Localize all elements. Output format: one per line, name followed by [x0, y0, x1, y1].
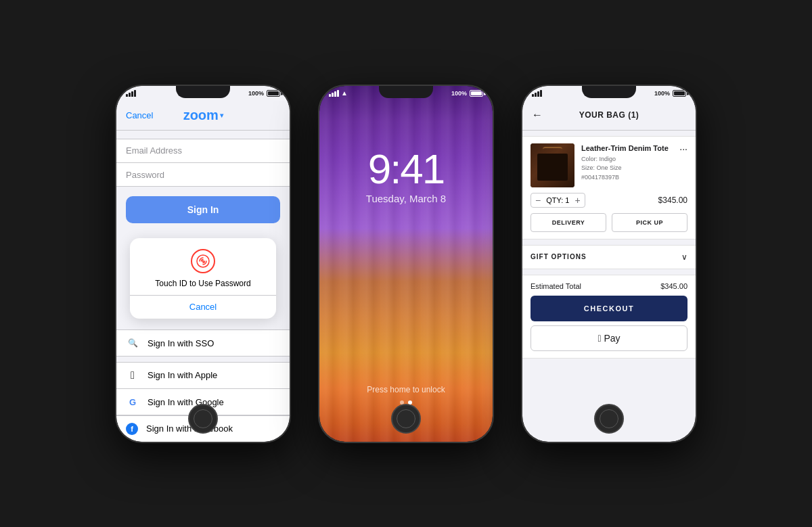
- qty-stepper[interactable]: − QTY: 1 +: [531, 193, 585, 208]
- google-label: Sign In with Google: [148, 397, 224, 407]
- zoom-logo: zoom ▾: [183, 108, 223, 123]
- battery-area-3: 100%: [654, 90, 686, 97]
- signal-icon-3: [532, 90, 542, 97]
- zoom-chevron-icon: ▾: [220, 112, 223, 119]
- touchid-text: Touch ID to Use Password: [139, 279, 267, 288]
- home-button-3[interactable]: [594, 404, 624, 434]
- zoom-login-screen: 9:41 AM 100% Cancel zoom ▾ Email Address…: [116, 86, 290, 442]
- home-button-2[interactable]: [391, 404, 421, 434]
- pickup-button[interactable]: PICK UP: [612, 213, 687, 232]
- bag-qty-row: − QTY: 1 + $345.00: [531, 193, 687, 208]
- touchid-popup: Touch ID to Use Password Cancel: [130, 238, 276, 319]
- gift-chevron-icon: ∨: [681, 252, 687, 262]
- lock-screen: ▲ 9:41 AM 100% 9:41 Tuesday, March 8 Pre…: [319, 86, 493, 442]
- item-price: $345.00: [658, 196, 687, 205]
- battery-area: 100%: [248, 90, 280, 97]
- status-bar-2: ▲ 9:41 AM 100%: [319, 86, 493, 101]
- bag-title: YOUR BAG (1): [579, 110, 639, 120]
- battery-text: 100%: [248, 90, 264, 97]
- home-button-1[interactable]: [188, 404, 218, 434]
- home-button-ring-2: [397, 409, 415, 428]
- zoom-form: Email Address Password Sign In: [116, 131, 290, 238]
- google-icon: G: [126, 395, 139, 409]
- applepay-button[interactable]:  Pay: [531, 325, 687, 351]
- signal-wifi-area: ▲: [329, 89, 348, 97]
- battery-text-2: 100%: [451, 90, 467, 97]
- qty-minus-button[interactable]: −: [535, 195, 541, 206]
- back-button[interactable]: ←: [532, 109, 543, 121]
- apple-label: Sign In with Apple: [148, 370, 217, 380]
- total-label: Estimated Total: [531, 282, 581, 290]
- signal-icon: [126, 90, 136, 97]
- facebook-icon: f: [126, 423, 138, 435]
- bag-nav: ← YOUR BAG (1): [522, 101, 696, 131]
- sso-label: Sign In with SSO: [148, 338, 214, 348]
- total-row: Estimated Total $345.00: [531, 282, 687, 290]
- apple-pay-label: Pay: [604, 333, 621, 344]
- battery-icon-2: [470, 90, 483, 97]
- phone-shopping-bag: 9:41 AM 100% ← YOUR BAG (1) Leather-Trim…: [521, 85, 697, 443]
- cancel-button[interactable]: Cancel: [126, 110, 153, 120]
- tote-bag-image: [531, 143, 574, 187]
- touchid-icon: [191, 249, 215, 273]
- bag-item-image: [531, 143, 574, 187]
- sso-signin-item[interactable]: 🔍 Sign In with SSO: [116, 329, 290, 357]
- battery-icon-3: [673, 90, 686, 97]
- email-field[interactable]: Email Address: [116, 139, 290, 163]
- qty-plus-button[interactable]: +: [574, 195, 580, 206]
- apple-icon: : [126, 369, 139, 382]
- touchid-cancel-button[interactable]: Cancel: [139, 295, 267, 319]
- zoom-nav: Cancel zoom ▾: [116, 101, 290, 131]
- apple-signin-item[interactable]:  Sign In with Apple: [116, 362, 290, 389]
- battery-area-2: 100%: [451, 90, 483, 97]
- total-section: Estimated Total $345.00 CHECKOUT  Pay: [522, 275, 696, 359]
- battery-icon: [267, 90, 280, 97]
- svg-point-0: [202, 260, 204, 262]
- lock-time: 9:41: [368, 148, 445, 190]
- status-time: 9:41 AM: [178, 89, 206, 97]
- home-button-ring-3: [600, 409, 618, 428]
- gift-options-section[interactable]: GIFT OPTIONS ∨: [522, 245, 696, 269]
- status-time-2: 9:41 AM: [386, 89, 414, 97]
- bag-item-more-button[interactable]: ···: [679, 143, 687, 154]
- shopping-bag-screen: 9:41 AM 100% ← YOUR BAG (1) Leather-Trim…: [522, 86, 696, 442]
- lock-date: Tuesday, March 8: [366, 193, 446, 204]
- lock-content: 9:41 Tuesday, March 8: [319, 101, 493, 218]
- phone-zoom-login: 9:41 AM 100% Cancel zoom ▾ Email Address…: [115, 85, 291, 443]
- checkout-button[interactable]: CHECKOUT: [531, 296, 687, 321]
- home-button-ring: [194, 409, 212, 428]
- lock-press-home-text[interactable]: Press home to unlock: [319, 385, 493, 394]
- bag-item-sku: #004178397B: [581, 173, 673, 183]
- battery-text-3: 100%: [654, 90, 670, 97]
- wifi-icon: ▲: [341, 89, 348, 97]
- apple-pay-icon: : [597, 333, 601, 344]
- delivery-button[interactable]: DELIVERY: [531, 213, 606, 232]
- bag-item: Leather-Trim Denim Tote Color: Indigo Si…: [531, 143, 687, 187]
- bag-item-size: Size: One Size: [581, 164, 673, 173]
- gift-options-label: GIFT OPTIONS: [531, 253, 587, 260]
- delivery-options: DELIVERY PICK UP: [531, 213, 687, 232]
- password-field[interactable]: Password: [116, 162, 290, 187]
- bag-item-color: Color: Indigo: [581, 155, 673, 164]
- sso-icon: 🔍: [126, 336, 139, 350]
- status-bar-3: 9:41 AM 100%: [522, 86, 696, 101]
- signal-icon-2: [329, 90, 339, 97]
- status-bar-1: 9:41 AM 100%: [116, 86, 290, 101]
- status-time-3: 9:41 AM: [584, 89, 612, 97]
- signin-button[interactable]: Sign In: [126, 196, 280, 223]
- total-amount: $345.00: [660, 282, 687, 290]
- bag-item-name: Leather-Trim Denim Tote: [581, 143, 673, 153]
- bag-item-details: Leather-Trim Denim Tote Color: Indigo Si…: [581, 143, 673, 187]
- qty-value: QTY: 1: [546, 196, 569, 204]
- phone-lock-screen: ▲ 9:41 AM 100% 9:41 Tuesday, March 8 Pre…: [318, 85, 494, 443]
- bag-item-card: Leather-Trim Denim Tote Color: Indigo Si…: [522, 136, 696, 239]
